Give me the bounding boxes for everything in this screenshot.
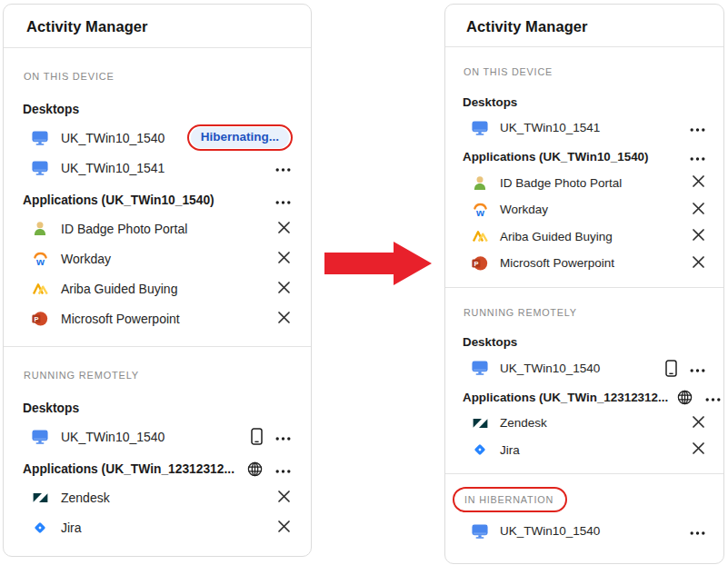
desktop-row: UK_TWin10_1540 bbox=[463, 518, 707, 545]
close-app-button[interactable] bbox=[690, 200, 707, 220]
more-options-button[interactable] bbox=[274, 428, 293, 445]
group-header-row: Applications (UK_TWin10_1540) bbox=[23, 186, 293, 213]
more-options-button[interactable] bbox=[688, 522, 707, 540]
app-name: Jira bbox=[500, 443, 520, 457]
section-header-label: ON THIS DEVICE bbox=[24, 71, 115, 82]
desktop-name: UK_TWin10_1540 bbox=[61, 430, 165, 444]
more-options-button[interactable] bbox=[274, 159, 293, 176]
close-icon bbox=[277, 281, 291, 297]
more-options-button[interactable] bbox=[688, 148, 707, 165]
red-annotation-ring: IN HIBERNATION bbox=[453, 487, 567, 512]
app-row: Jira bbox=[463, 437, 707, 464]
app-row: Jira bbox=[23, 512, 293, 542]
globe-icon bbox=[247, 461, 263, 477]
close-app-button[interactable] bbox=[690, 226, 707, 246]
desktop-icon bbox=[471, 523, 489, 540]
jira-icon bbox=[471, 442, 489, 457]
section-header-label: IN HIBERNATION bbox=[464, 494, 553, 505]
more-options-button[interactable] bbox=[274, 461, 293, 478]
group-header-row: Desktops bbox=[23, 394, 293, 421]
section-on-this-device: ON THIS DEVICEDesktopsUK_TWin10_1541Appl… bbox=[445, 47, 723, 287]
section-header-label: RUNNING REMOTELY bbox=[464, 307, 577, 318]
group-label: Applications (UK_TWin_12312312... bbox=[23, 462, 234, 476]
close-app-button[interactable] bbox=[275, 518, 293, 538]
app-row: ID Badge Photo Portal bbox=[23, 213, 293, 243]
zendesk-icon bbox=[31, 491, 49, 504]
close-app-button[interactable] bbox=[275, 249, 293, 269]
id-badge-icon bbox=[31, 221, 49, 236]
more-options-button[interactable] bbox=[688, 360, 707, 377]
more-options-button[interactable] bbox=[274, 192, 293, 209]
app-row: PMicrosoft Powerpoint bbox=[463, 250, 707, 277]
desktop-icon bbox=[471, 360, 489, 376]
close-icon bbox=[277, 251, 291, 267]
ellipsis-icon bbox=[690, 150, 705, 164]
app-row: Zendesk bbox=[463, 410, 707, 437]
hibernating-status-badge[interactable]: Hibernating... bbox=[191, 127, 289, 148]
powerpoint-icon: P bbox=[471, 255, 489, 272]
desktop-icon bbox=[471, 120, 489, 136]
section-header-label: ON THIS DEVICE bbox=[464, 66, 553, 77]
workday-icon: w bbox=[31, 251, 49, 267]
ellipsis-icon bbox=[275, 193, 291, 207]
group-header-row: Desktops bbox=[463, 89, 707, 114]
section-in-hibernation: IN HIBERNATIONUK_TWin10_1540 bbox=[445, 473, 723, 555]
desktop-name: UK_TWin10_1541 bbox=[500, 121, 600, 134]
close-app-button[interactable] bbox=[275, 279, 293, 299]
svg-text:w: w bbox=[35, 256, 45, 267]
jira-icon bbox=[31, 520, 49, 535]
desktop-icon bbox=[31, 160, 49, 176]
close-app-button[interactable] bbox=[690, 413, 707, 433]
close-app-button[interactable] bbox=[690, 253, 707, 273]
section-header: IN HIBERNATION bbox=[464, 493, 707, 506]
transition-arrow-icon bbox=[324, 242, 432, 285]
activity-manager-panel-after: Activity Manager ON THIS DEVICEDesktopsU… bbox=[444, 4, 724, 564]
ariba-icon bbox=[31, 282, 49, 295]
desktop-row: UK_TWin10_1541 bbox=[463, 114, 707, 142]
id-badge-icon bbox=[471, 175, 489, 191]
workday-icon: w bbox=[471, 202, 489, 218]
section-header-label: RUNNING REMOTELY bbox=[24, 370, 139, 381]
desktop-name: UK_TWin10_1540 bbox=[61, 131, 165, 145]
close-icon bbox=[692, 174, 705, 191]
desktop-row: UK_TWin10_1540 bbox=[23, 421, 293, 451]
section-header: RUNNING REMOTELY bbox=[24, 370, 293, 381]
close-icon bbox=[277, 520, 291, 536]
more-options-button[interactable] bbox=[688, 119, 707, 136]
desktop-name: UK_TWin10_1540 bbox=[500, 362, 600, 375]
app-row: wWorkday bbox=[463, 196, 707, 223]
svg-text:P: P bbox=[34, 315, 38, 323]
more-options-button[interactable] bbox=[703, 389, 723, 406]
panel-body: ON THIS DEVICEDesktopsUK_TWin10_1541Appl… bbox=[445, 47, 723, 555]
svg-text:w: w bbox=[475, 207, 484, 218]
group-label: Desktops bbox=[463, 335, 517, 349]
section-on-this-device: ON THIS DEVICEDesktopsUK_TWin10_1540Hibe… bbox=[4, 48, 311, 346]
app-row: wWorkday bbox=[23, 243, 293, 273]
section-header: RUNNING REMOTELY bbox=[464, 307, 707, 318]
close-app-button[interactable] bbox=[275, 488, 293, 508]
close-app-button[interactable] bbox=[275, 309, 293, 329]
group-label: Applications (UK_TWin10_1540) bbox=[463, 150, 649, 164]
red-annotation-ring: Hibernating... bbox=[187, 124, 293, 151]
app-name: Workday bbox=[61, 252, 111, 266]
globe-icon bbox=[677, 390, 693, 405]
group-header-row: Desktops bbox=[463, 330, 707, 355]
app-name: Zendesk bbox=[61, 491, 110, 505]
zendesk-icon bbox=[471, 417, 489, 430]
app-name: ID Badge Photo Portal bbox=[61, 222, 187, 236]
group-label: Applications (UK_TWin10_1540) bbox=[23, 193, 214, 207]
phone-icon bbox=[251, 428, 263, 445]
group-header-row: Applications (UK_TWin_12312312... bbox=[23, 455, 293, 482]
app-row: Ariba Guided Buying bbox=[463, 223, 707, 251]
app-row: Ariba Guided Buying bbox=[23, 273, 293, 303]
close-app-button[interactable] bbox=[275, 219, 293, 239]
group-label: Desktops bbox=[23, 103, 79, 116]
ellipsis-icon bbox=[275, 161, 291, 174]
activity-manager-panel-before: Activity Manager ON THIS DEVICEDesktopsU… bbox=[3, 4, 312, 557]
group-label: Applications (UK_TWin_12312312... bbox=[463, 391, 668, 404]
close-app-button[interactable] bbox=[690, 440, 707, 460]
ariba-icon bbox=[471, 230, 489, 243]
ellipsis-icon bbox=[690, 524, 705, 538]
desktop-row: UK_TWin10_1540 bbox=[463, 355, 707, 382]
close-app-button[interactable] bbox=[690, 173, 707, 193]
